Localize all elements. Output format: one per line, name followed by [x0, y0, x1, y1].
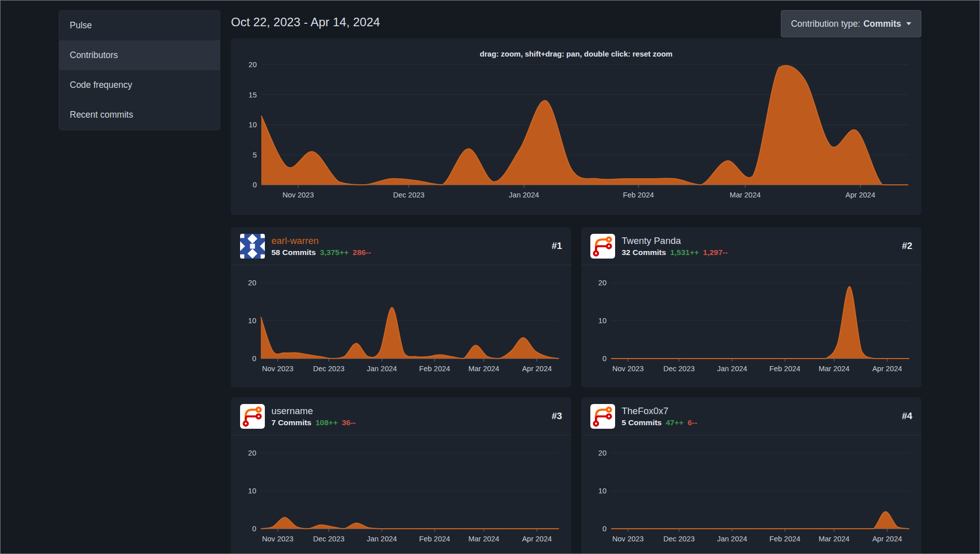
svg-text:20: 20 — [248, 449, 256, 457]
contributor-name-link[interactable]: TheFox0x7 — [622, 406, 697, 417]
svg-text:10: 10 — [248, 487, 256, 495]
svg-text:20: 20 — [598, 449, 606, 457]
rank-badge: #1 — [551, 240, 562, 251]
svg-text:10: 10 — [598, 487, 606, 495]
identicon-avatar[interactable] — [240, 234, 265, 259]
main-chart-card: drag: zoom, shift+drag: pan, double clic… — [231, 38, 921, 215]
svg-text:Mar 2024: Mar 2024 — [819, 535, 850, 543]
svg-text:Dec 2023: Dec 2023 — [663, 535, 694, 543]
additions-count: 108++ — [315, 418, 338, 427]
commit-count: 7 Commits — [271, 418, 311, 427]
svg-text:Nov 2023: Nov 2023 — [262, 365, 294, 373]
deletions-count: 36-- — [342, 418, 356, 427]
svg-text:Apr 2024: Apr 2024 — [522, 535, 552, 543]
svg-text:Mar 2024: Mar 2024 — [469, 535, 499, 543]
sidebar-item-contributors[interactable]: Contributors — [59, 40, 220, 70]
additions-count: 3,375++ — [320, 248, 349, 257]
contributor-info: earl-warren 58 Commits 3,375++ 286-- — [271, 235, 371, 257]
forgejo-logo-avatar[interactable] — [590, 404, 615, 429]
contributor-card: earl-warren 58 Commits 3,375++ 286-- #1 … — [231, 227, 571, 387]
contributor-card-header: Twenty Panda 32 Commits 1,531++ 1,297-- … — [581, 227, 921, 265]
contributions-main-chart[interactable]: 05101520Nov 2023Dec 2023Jan 2024Feb 2024… — [231, 38, 921, 215]
contributor-info: username 7 Commits 108++ 36-- — [271, 406, 356, 427]
contributor-name-link[interactable]: Twenty Panda — [622, 235, 728, 246]
contributor-name-link[interactable]: username — [271, 406, 356, 417]
svg-text:Dec 2023: Dec 2023 — [313, 535, 344, 543]
sidebar-item-label: Contributors — [70, 50, 118, 61]
forgejo-logo-avatar[interactable] — [240, 404, 265, 429]
sidebar-item-recent-commits[interactable]: Recent commits — [59, 100, 220, 130]
sidebar-item-pulse[interactable]: Pulse — [59, 11, 220, 40]
svg-text:Mar 2024: Mar 2024 — [469, 365, 499, 373]
svg-text:15: 15 — [249, 91, 257, 99]
svg-text:20: 20 — [249, 61, 257, 69]
contributor-chart[interactable]: 01020Nov 2023Dec 2023Jan 2024Feb 2024Mar… — [231, 265, 571, 387]
svg-text:0: 0 — [252, 355, 256, 363]
svg-text:10: 10 — [248, 317, 256, 325]
svg-text:Feb 2024: Feb 2024 — [623, 191, 654, 199]
date-range-title: Oct 22, 2023 - Apr 14, 2024 — [231, 10, 380, 29]
svg-text:Mar 2024: Mar 2024 — [730, 191, 761, 199]
svg-text:Dec 2023: Dec 2023 — [393, 191, 425, 199]
contributor-stats: 58 Commits 3,375++ 286-- — [271, 248, 371, 257]
contributor-stats: 32 Commits 1,531++ 1,297-- — [622, 248, 728, 257]
svg-text:0: 0 — [253, 181, 257, 189]
svg-text:5: 5 — [253, 151, 257, 159]
contributor-chart[interactable]: 01020Nov 2023Dec 2023Jan 2024Feb 2024Mar… — [581, 435, 921, 554]
svg-text:Apr 2024: Apr 2024 — [522, 365, 552, 373]
contributor-chart[interactable]: 01020Nov 2023Dec 2023Jan 2024Feb 2024Mar… — [581, 265, 921, 387]
svg-text:10: 10 — [598, 317, 606, 325]
svg-text:Jan 2024: Jan 2024 — [509, 191, 539, 199]
svg-text:Feb 2024: Feb 2024 — [769, 365, 800, 373]
svg-text:20: 20 — [598, 279, 606, 287]
contributor-card: TheFox0x7 5 Commits 47++ 6-- #4 01020Nov… — [581, 397, 921, 554]
svg-text:Dec 2023: Dec 2023 — [313, 365, 344, 373]
main-content: Oct 22, 2023 - Apr 14, 2024 Contribution… — [231, 10, 921, 554]
svg-text:0: 0 — [602, 525, 606, 533]
contributor-name-link[interactable]: earl-warren — [271, 235, 371, 246]
commit-count: 32 Commits — [622, 248, 666, 257]
activity-menu: Pulse Contributors Code frequency Recent… — [59, 10, 220, 130]
svg-text:Jan 2024: Jan 2024 — [717, 365, 748, 373]
deletions-count: 6-- — [688, 418, 697, 427]
contributor-stats: 5 Commits 47++ 6-- — [622, 418, 697, 427]
sidebar-item-label: Pulse — [70, 20, 92, 31]
contributor-info: Twenty Panda 32 Commits 1,531++ 1,297-- — [622, 235, 728, 257]
svg-text:Apr 2024: Apr 2024 — [872, 365, 902, 373]
contributor-chart[interactable]: 01020Nov 2023Dec 2023Jan 2024Feb 2024Mar… — [231, 435, 571, 554]
sidebar-item-label: Code frequency — [70, 80, 132, 90]
svg-text:Jan 2024: Jan 2024 — [717, 535, 748, 543]
svg-text:Mar 2024: Mar 2024 — [819, 365, 850, 373]
rank-badge: #4 — [902, 411, 912, 422]
contributor-card: username 7 Commits 108++ 36-- #3 01020No… — [231, 397, 571, 554]
additions-count: 47++ — [666, 418, 683, 427]
deletions-count: 286-- — [353, 248, 371, 257]
rank-badge: #3 — [551, 411, 562, 422]
contributor-card-header: TheFox0x7 5 Commits 47++ 6-- #4 — [581, 397, 921, 435]
svg-text:Jan 2024: Jan 2024 — [367, 535, 397, 543]
topbar: Oct 22, 2023 - Apr 14, 2024 Contribution… — [231, 10, 921, 38]
contribution-type-label: Contribution type: — [791, 19, 860, 29]
contributor-stats: 7 Commits 108++ 36-- — [271, 418, 356, 427]
additions-count: 1,531++ — [670, 248, 699, 257]
svg-text:Apr 2024: Apr 2024 — [846, 191, 875, 199]
activity-page: Pulse Contributors Code frequency Recent… — [1, 1, 979, 554]
svg-text:0: 0 — [252, 525, 256, 533]
sidebar-item-label: Recent commits — [70, 110, 133, 120]
svg-text:Feb 2024: Feb 2024 — [419, 365, 450, 373]
svg-text:Jan 2024: Jan 2024 — [367, 365, 397, 373]
svg-text:Nov 2023: Nov 2023 — [613, 535, 644, 543]
svg-text:20: 20 — [248, 279, 256, 287]
svg-text:Nov 2023: Nov 2023 — [262, 535, 294, 543]
contributor-card: Twenty Panda 32 Commits 1,531++ 1,297-- … — [581, 227, 921, 387]
sidebar-item-code-frequency[interactable]: Code frequency — [59, 70, 220, 100]
commit-count: 5 Commits — [622, 418, 662, 427]
contribution-type-dropdown[interactable]: Contribution type: Commits — [781, 10, 921, 37]
svg-text:Nov 2023: Nov 2023 — [613, 365, 644, 373]
chart-zoom-hint: drag: zoom, shift+drag: pan, double clic… — [231, 49, 921, 58]
svg-text:0: 0 — [602, 355, 606, 363]
contributor-card-header: earl-warren 58 Commits 3,375++ 286-- #1 — [231, 227, 571, 265]
svg-text:Dec 2023: Dec 2023 — [663, 365, 694, 373]
forgejo-logo-avatar[interactable] — [590, 234, 615, 259]
commit-count: 58 Commits — [271, 248, 316, 257]
